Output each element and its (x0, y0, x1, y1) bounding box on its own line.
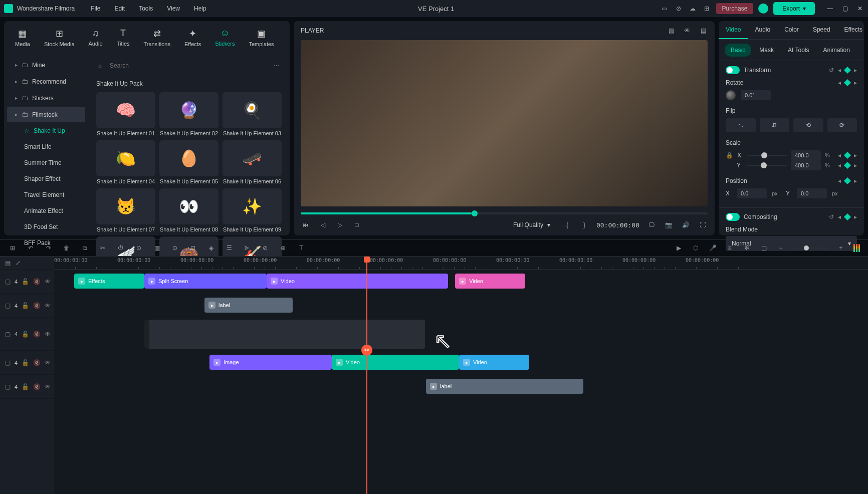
volume-icon[interactable]: 🔊 (681, 220, 691, 230)
playhead[interactable]: ✂ (366, 257, 367, 494)
sub-tab-animation[interactable]: Animation (817, 44, 855, 57)
prop-tab-audio[interactable]: Audio (748, 21, 777, 39)
prop-tab-speed[interactable]: Speed (806, 21, 837, 39)
snapshot-icon[interactable]: ▧ (667, 26, 676, 35)
rotate-ccw-button[interactable]: ⟲ (793, 118, 823, 132)
next-keyframe-icon[interactable]: ▸ (854, 152, 857, 159)
audio-icon[interactable]: ⫸ (243, 243, 252, 253)
media-tab-titles[interactable]: TTitles (112, 25, 135, 50)
keyframe-icon[interactable] (844, 162, 851, 169)
keyframe-icon[interactable] (844, 152, 851, 159)
voiceover-icon[interactable]: 🎤 (708, 243, 717, 253)
next-keyframe-icon[interactable]: ▸ (854, 67, 857, 74)
prev-keyframe-icon[interactable]: ◂ (838, 152, 841, 159)
clip[interactable]: ▸Video (455, 274, 525, 289)
sidebar-item-stickers[interactable]: ▸🗀Stickers (7, 90, 85, 106)
fullscreen-icon[interactable]: ⛶ (698, 220, 708, 230)
sticker-item[interactable]: 🍋Shake It Up Element 04 (96, 140, 155, 184)
globe-icon[interactable]: ⊕ (279, 243, 288, 253)
track-type-icon[interactable]: ▢ (5, 278, 11, 285)
controls-icon[interactable]: ☰ (225, 243, 234, 253)
export-button[interactable]: Export▾ (773, 2, 815, 15)
track-size-icon[interactable]: ▢ (759, 243, 768, 253)
sidebar-cat-travel-element[interactable]: Travel Element (7, 187, 85, 202)
prop-tab-color[interactable]: Color (777, 21, 806, 39)
lock-icon[interactable]: 🔓 (22, 302, 29, 309)
prop-tab-video[interactable]: Video (719, 21, 748, 39)
prop-tab-effects[interactable]: Effects (837, 21, 868, 39)
prev-keyframe-icon[interactable]: ◂ (838, 79, 841, 86)
clip[interactable]: ▸Video (267, 274, 448, 289)
reverse-play-icon[interactable]: ◁ (318, 220, 328, 230)
prev-keyframe-icon[interactable]: ◂ (838, 162, 841, 169)
media-tab-templates[interactable]: ▣Templates (244, 25, 279, 50)
lock-icon[interactable]: 🔓 (22, 331, 29, 338)
crop-icon[interactable]: ⧉ (80, 243, 89, 253)
minimize-icon[interactable]: — (826, 5, 834, 13)
sidebar-item-mine[interactable]: ▸🗀Mine (7, 57, 85, 73)
track[interactable]: ▸label (54, 294, 868, 318)
video-clip[interactable] (144, 320, 425, 349)
media-tab-media[interactable]: ▦Media (10, 25, 35, 50)
undo-icon[interactable]: ↶ (26, 243, 35, 253)
sticker-item[interactable]: 🥚Shake It Up Element 05 (159, 140, 219, 184)
next-keyframe-icon[interactable]: ▸ (854, 79, 857, 86)
duration-icon[interactable]: ⊙ (170, 243, 179, 253)
play-icon[interactable]: ▷ (335, 220, 345, 230)
keyframe-icon[interactable]: ◈ (206, 243, 215, 253)
cloud-icon[interactable]: ☁ (688, 4, 697, 13)
flip-horizontal-button[interactable]: ⇋ (726, 118, 756, 132)
rotate-input[interactable] (741, 90, 771, 100)
sidebar-item-filmstock[interactable]: ▸🗀Filmstock (7, 107, 85, 122)
prev-keyframe-icon[interactable]: ◂ (838, 177, 841, 184)
render-icon[interactable]: ▶ (674, 243, 683, 253)
media-tab-stickers[interactable]: ☺Stickers (210, 25, 240, 50)
timeline-ruler[interactable]: 00:00:00:0000:00:00:0000:00:00:0000:00:0… (54, 257, 868, 270)
sub-tab-mask[interactable]: Mask (753, 44, 780, 57)
track[interactable]: ▸label (54, 375, 868, 399)
reset-icon[interactable]: ↺ (829, 67, 834, 74)
prev-keyframe-icon[interactable]: ◂ (838, 213, 841, 220)
brace-left[interactable]: { (562, 220, 572, 230)
menu-help[interactable]: Help (188, 2, 212, 15)
prev-keyframe-icon[interactable]: ◂ (838, 67, 841, 74)
search-input[interactable] (106, 60, 270, 71)
speed-icon[interactable]: ⊙ (134, 243, 143, 253)
sticker-item[interactable]: ✨Shake It Up Element 09 (223, 188, 282, 232)
stop-icon[interactable]: □ (352, 220, 362, 230)
next-keyframe-icon[interactable]: ▸ (854, 177, 857, 184)
delete-icon[interactable]: 🗑 (62, 243, 71, 253)
track[interactable]: ▸Effects▸Split Screen▸Video▸Video (54, 270, 868, 294)
clip[interactable]: ▸label (426, 379, 583, 394)
sidebar-cat-animate-effect[interactable]: Animate Effect (7, 203, 85, 218)
sidebar-cat-shaper-effect[interactable]: Shaper Effect (7, 171, 85, 186)
prev-frame-icon[interactable]: ⏮ (301, 220, 311, 230)
text-icon[interactable]: T (297, 243, 306, 253)
mute-icon[interactable]: 🔇 (33, 278, 41, 285)
sticker-item[interactable]: 👀Shake It Up Element 08 (159, 188, 219, 232)
flip-vertical-button[interactable]: ⇵ (760, 118, 790, 132)
player-scrubber[interactable] (301, 212, 708, 214)
lock-icon[interactable]: 🔓 (22, 359, 29, 366)
audio-meter[interactable] (853, 244, 860, 252)
brace-right[interactable]: } (579, 220, 589, 230)
menu-edit[interactable]: Edit (109, 2, 131, 15)
clip[interactable]: ▸Split Screen (144, 274, 267, 289)
mute-icon[interactable]: 🔇 (33, 331, 41, 338)
pos-x-input[interactable] (737, 188, 767, 198)
rotate-cw-button[interactable]: ⟳ (827, 118, 857, 132)
layout-icon[interactable]: ⊞ (8, 243, 17, 253)
display-icon[interactable]: 🖵 (646, 220, 657, 230)
hide-icon[interactable]: 👁 (45, 278, 51, 285)
tracks-area[interactable]: 00:00:00:0000:00:00:0000:00:00:0000:00:0… (54, 257, 868, 494)
media-tab-transitions[interactable]: ⇄Transitions (139, 25, 175, 50)
sidebar-cat-summer-time[interactable]: Summer Time (7, 155, 85, 170)
track-type-icon[interactable]: ▢ (5, 383, 11, 390)
next-keyframe-icon[interactable]: ▸ (854, 162, 857, 169)
keyframe-icon[interactable] (844, 213, 851, 220)
track-type-icon[interactable]: ▢ (5, 331, 11, 338)
lock-icon[interactable]: 🔒 (726, 152, 733, 159)
scale-y-slider[interactable] (747, 165, 787, 166)
adjust-icon[interactable]: ✻ (742, 243, 751, 253)
track-options-icon[interactable]: ▤ (5, 260, 11, 267)
